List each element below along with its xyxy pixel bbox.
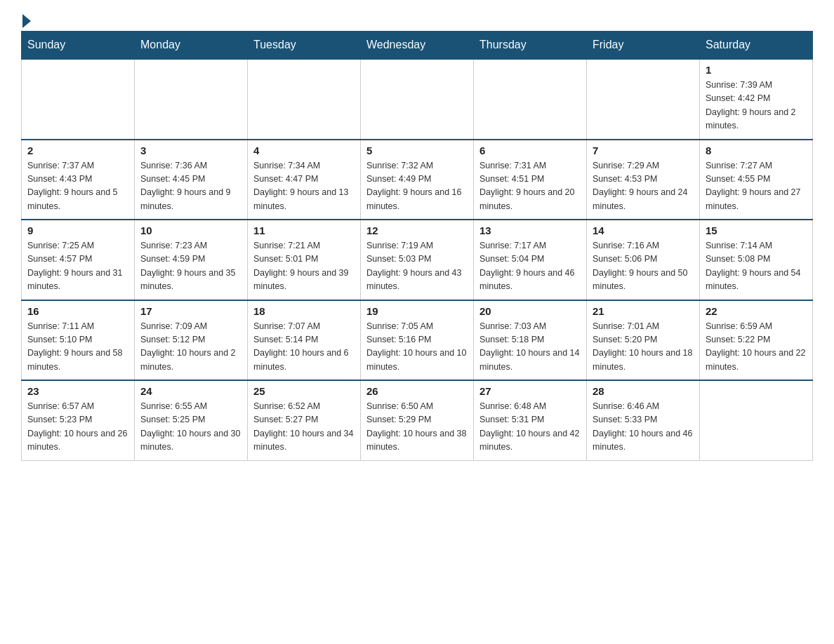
day-info: Sunrise: 7:07 AMSunset: 5:14 PMDaylight:…: [253, 320, 355, 375]
day-number: 24: [140, 385, 241, 397]
day-info: Sunrise: 7:11 AMSunset: 5:10 PMDaylight:…: [27, 320, 128, 375]
page-header: [21, 14, 813, 24]
day-number: 6: [479, 145, 581, 156]
day-info: Sunrise: 7:14 AMSunset: 5:08 PMDaylight:…: [706, 239, 807, 294]
day-number: 5: [366, 145, 468, 156]
day-number: 14: [593, 224, 694, 236]
table-row: 5Sunrise: 7:32 AMSunset: 4:49 PMDaylight…: [361, 140, 474, 220]
table-row: 23Sunrise: 6:57 AMSunset: 5:23 PMDayligh…: [22, 380, 135, 460]
table-row: 18Sunrise: 7:07 AMSunset: 5:14 PMDayligh…: [248, 300, 361, 381]
col-tuesday: Tuesday: [248, 32, 361, 60]
day-info: Sunrise: 7:17 AMSunset: 5:04 PMDaylight:…: [479, 239, 581, 294]
day-number: 25: [253, 385, 355, 397]
day-number: 8: [706, 145, 807, 156]
day-number: 9: [27, 224, 128, 236]
calendar-week-row: 2Sunrise: 7:37 AMSunset: 4:43 PMDaylight…: [22, 140, 813, 220]
table-row: [22, 59, 135, 140]
table-row: 21Sunrise: 7:01 AMSunset: 5:20 PMDayligh…: [587, 300, 700, 381]
day-number: 21: [593, 305, 694, 317]
table-row: 27Sunrise: 6:48 AMSunset: 5:31 PMDayligh…: [474, 380, 587, 460]
day-info: Sunrise: 7:39 AMSunset: 4:42 PMDaylight:…: [706, 79, 807, 133]
day-number: 16: [27, 305, 128, 317]
table-row: 19Sunrise: 7:05 AMSunset: 5:16 PMDayligh…: [361, 300, 474, 381]
day-info: Sunrise: 7:27 AMSunset: 4:55 PMDaylight:…: [706, 159, 807, 214]
day-info: Sunrise: 7:34 AMSunset: 4:47 PMDaylight:…: [253, 159, 355, 214]
table-row: [135, 59, 248, 140]
day-number: 4: [253, 145, 355, 156]
day-info: Sunrise: 7:19 AMSunset: 5:03 PMDaylight:…: [366, 239, 468, 294]
table-row: [361, 59, 474, 140]
day-number: 1: [706, 64, 807, 76]
day-info: Sunrise: 7:01 AMSunset: 5:20 PMDaylight:…: [593, 320, 694, 375]
day-info: Sunrise: 6:59 AMSunset: 5:22 PMDaylight:…: [706, 320, 807, 375]
table-row: 3Sunrise: 7:36 AMSunset: 4:45 PMDaylight…: [135, 140, 248, 220]
calendar-week-row: 1Sunrise: 7:39 AMSunset: 4:42 PMDaylight…: [22, 59, 813, 140]
day-number: 28: [593, 385, 694, 397]
day-info: Sunrise: 7:25 AMSunset: 4:57 PMDaylight:…: [27, 239, 128, 294]
day-number: 12: [366, 224, 468, 236]
day-number: 10: [140, 224, 241, 236]
day-info: Sunrise: 6:48 AMSunset: 5:31 PMDaylight:…: [479, 400, 581, 455]
day-number: 22: [706, 305, 807, 317]
day-number: 17: [140, 305, 241, 317]
calendar-header-row: Sunday Monday Tuesday Wednesday Thursday…: [22, 32, 813, 60]
table-row: 12Sunrise: 7:19 AMSunset: 5:03 PMDayligh…: [361, 220, 474, 300]
day-info: Sunrise: 6:50 AMSunset: 5:29 PMDaylight:…: [366, 400, 468, 455]
table-row: 13Sunrise: 7:17 AMSunset: 5:04 PMDayligh…: [474, 220, 587, 300]
col-saturday: Saturday: [700, 32, 813, 60]
day-info: Sunrise: 6:52 AMSunset: 5:27 PMDaylight:…: [253, 400, 355, 455]
logo-arrow-icon: [22, 14, 31, 28]
day-info: Sunrise: 7:32 AMSunset: 4:49 PMDaylight:…: [366, 159, 468, 214]
day-info: Sunrise: 7:31 AMSunset: 4:51 PMDaylight:…: [479, 159, 581, 214]
col-thursday: Thursday: [474, 32, 587, 60]
table-row: 25Sunrise: 6:52 AMSunset: 5:27 PMDayligh…: [248, 380, 361, 460]
col-monday: Monday: [135, 32, 248, 60]
day-number: 7: [593, 145, 694, 156]
calendar-table: Sunday Monday Tuesday Wednesday Thursday…: [21, 31, 813, 461]
table-row: 9Sunrise: 7:25 AMSunset: 4:57 PMDaylight…: [22, 220, 135, 300]
table-row: 15Sunrise: 7:14 AMSunset: 5:08 PMDayligh…: [700, 220, 813, 300]
table-row: [587, 59, 700, 140]
col-friday: Friday: [587, 32, 700, 60]
day-info: Sunrise: 7:03 AMSunset: 5:18 PMDaylight:…: [479, 320, 581, 375]
day-number: 20: [479, 305, 581, 317]
table-row: 6Sunrise: 7:31 AMSunset: 4:51 PMDaylight…: [474, 140, 587, 220]
day-number: 19: [366, 305, 468, 317]
table-row: 20Sunrise: 7:03 AMSunset: 5:18 PMDayligh…: [474, 300, 587, 381]
day-info: Sunrise: 6:55 AMSunset: 5:25 PMDaylight:…: [140, 400, 241, 455]
table-row: [700, 380, 813, 460]
day-info: Sunrise: 6:46 AMSunset: 5:33 PMDaylight:…: [593, 400, 694, 455]
col-sunday: Sunday: [22, 32, 135, 60]
calendar-week-row: 23Sunrise: 6:57 AMSunset: 5:23 PMDayligh…: [22, 380, 813, 460]
day-number: 3: [140, 145, 241, 156]
table-row: 24Sunrise: 6:55 AMSunset: 5:25 PMDayligh…: [135, 380, 248, 460]
day-number: 23: [27, 385, 128, 397]
table-row: 10Sunrise: 7:23 AMSunset: 4:59 PMDayligh…: [135, 220, 248, 300]
logo: [21, 14, 32, 24]
day-info: Sunrise: 7:09 AMSunset: 5:12 PMDaylight:…: [140, 320, 241, 375]
day-number: 2: [27, 145, 128, 156]
calendar-week-row: 16Sunrise: 7:11 AMSunset: 5:10 PMDayligh…: [22, 300, 813, 381]
table-row: 28Sunrise: 6:46 AMSunset: 5:33 PMDayligh…: [587, 380, 700, 460]
table-row: [474, 59, 587, 140]
table-row: 1Sunrise: 7:39 AMSunset: 4:42 PMDaylight…: [700, 59, 813, 140]
col-wednesday: Wednesday: [361, 32, 474, 60]
day-info: Sunrise: 6:57 AMSunset: 5:23 PMDaylight:…: [27, 400, 128, 455]
day-number: 26: [366, 385, 468, 397]
day-info: Sunrise: 7:36 AMSunset: 4:45 PMDaylight:…: [140, 159, 241, 214]
table-row: 16Sunrise: 7:11 AMSunset: 5:10 PMDayligh…: [22, 300, 135, 381]
day-info: Sunrise: 7:29 AMSunset: 4:53 PMDaylight:…: [593, 159, 694, 214]
table-row: 14Sunrise: 7:16 AMSunset: 5:06 PMDayligh…: [587, 220, 700, 300]
day-info: Sunrise: 7:16 AMSunset: 5:06 PMDaylight:…: [593, 239, 694, 294]
day-number: 15: [706, 224, 807, 236]
day-info: Sunrise: 7:05 AMSunset: 5:16 PMDaylight:…: [366, 320, 468, 375]
day-info: Sunrise: 7:21 AMSunset: 5:01 PMDaylight:…: [253, 239, 355, 294]
day-info: Sunrise: 7:37 AMSunset: 4:43 PMDaylight:…: [27, 159, 128, 214]
table-row: 2Sunrise: 7:37 AMSunset: 4:43 PMDaylight…: [22, 140, 135, 220]
table-row: 17Sunrise: 7:09 AMSunset: 5:12 PMDayligh…: [135, 300, 248, 381]
table-row: 8Sunrise: 7:27 AMSunset: 4:55 PMDaylight…: [700, 140, 813, 220]
day-number: 18: [253, 305, 355, 317]
day-number: 27: [479, 385, 581, 397]
day-info: Sunrise: 7:23 AMSunset: 4:59 PMDaylight:…: [140, 239, 241, 294]
table-row: 22Sunrise: 6:59 AMSunset: 5:22 PMDayligh…: [700, 300, 813, 381]
